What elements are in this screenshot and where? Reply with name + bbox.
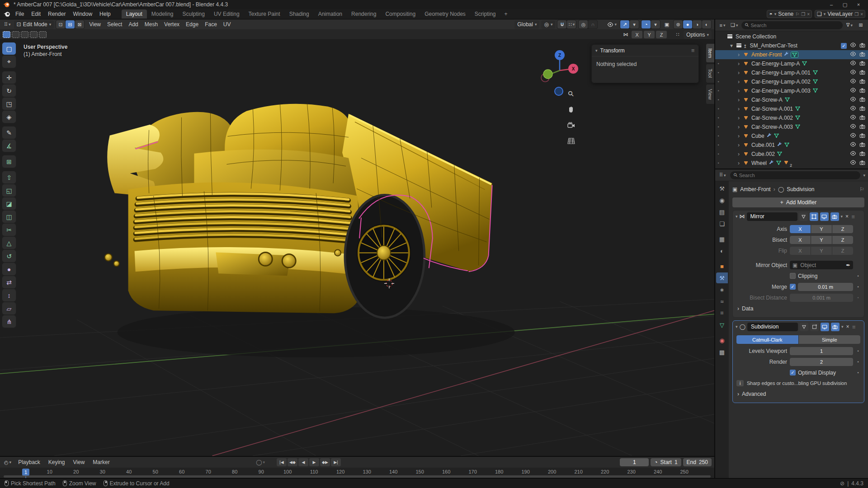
workspace-tab-scripting[interactable]: Scripting [470, 9, 500, 19]
menu-render[interactable]: Render [44, 10, 69, 18]
disable-render-camera-icon[interactable] [859, 124, 865, 131]
chevron-right-icon[interactable]: › [736, 133, 741, 139]
add-modifier-button[interactable]: + Add Modifier [732, 197, 864, 207]
tool-rip-region[interactable]: ⋔ [2, 315, 16, 328]
wireframe-shading-button[interactable]: ⊛ [674, 20, 683, 28]
timeline-menu-marker[interactable]: Marker [89, 458, 113, 466]
workspace-tab-texture-paint[interactable]: Texture Paint [244, 9, 285, 19]
optimal-display-checkbox[interactable]: ✓ [790, 370, 796, 375]
frame-tick-60[interactable]: 60 [179, 469, 184, 474]
hide-viewport-eye-icon[interactable] [850, 142, 856, 148]
disable-render-camera-icon[interactable] [859, 160, 865, 167]
play-button[interactable]: ▶ [309, 458, 319, 466]
frame-tick-160[interactable]: 160 [442, 469, 450, 474]
axis-z-button[interactable]: Z [832, 225, 853, 233]
jump-to-start-button[interactable]: |◀ [277, 458, 287, 466]
toggle-realtime-icon[interactable] [821, 323, 829, 331]
frame-tick-20[interactable]: 20 [73, 469, 79, 474]
face-select-button[interactable]: ⊠ [75, 20, 84, 28]
properties-tab-render[interactable]: ◉ [716, 195, 728, 206]
frame-tick-110[interactable]: 110 [310, 469, 318, 474]
viewport-menu-vertex[interactable]: Vertex [161, 20, 182, 28]
sidebar-tab-tool[interactable]: Tool [706, 64, 714, 83]
viewport-menu-edge[interactable]: Edge [183, 20, 201, 28]
chevron-right-icon[interactable]: › [736, 61, 741, 67]
viewport-menu-mesh[interactable]: Mesh [142, 20, 160, 28]
outliner-row-car-energy-lamp-a-002[interactable]: •›Car-Energy-Lamp-A.002 [715, 77, 868, 86]
sidebar-tab-item[interactable]: Item [706, 43, 714, 63]
select-mode-invert-button[interactable] [30, 31, 38, 38]
properties-tab-tool[interactable]: ⚒ [716, 183, 728, 194]
tool-poly-build[interactable]: △ [2, 237, 16, 249]
workspace-tab-geometry-nodes[interactable]: Geometry Nodes [420, 9, 470, 19]
flip-y-button[interactable]: Y [811, 247, 832, 255]
toggle-editmode-icon[interactable] [810, 212, 818, 221]
tool-extrude-region[interactable]: ⇧ [2, 171, 16, 183]
tool-spin[interactable]: ↺ [2, 250, 16, 262]
properties-tab-output[interactable]: ▤ [716, 206, 728, 217]
frame-tick-70[interactable]: 70 [206, 469, 211, 474]
pin-icon[interactable]: ⚐ [859, 186, 864, 192]
display-mode-dropdown[interactable]: ≡▾ [718, 21, 727, 29]
copy-icon[interactable]: ❐ [854, 12, 859, 17]
tool-smooth[interactable]: ● [2, 263, 16, 275]
modifier-name-field[interactable]: Mirror [747, 212, 797, 221]
timeline-menu-playback[interactable]: Playback [14, 458, 44, 466]
properties-options-icon[interactable]: ▾ [863, 173, 865, 178]
properties-tab-material[interactable]: ◉ [716, 335, 728, 346]
disable-render-camera-icon[interactable] [859, 70, 865, 76]
properties-tab-constraints[interactable]: ⌗ [716, 308, 728, 319]
disable-render-camera-icon[interactable] [859, 151, 865, 158]
eyedropper-icon[interactable]: ✒ [846, 262, 850, 268]
viewport-menu-select[interactable]: Select [104, 20, 125, 28]
frame-tick-220[interactable]: 220 [601, 469, 609, 474]
outliner-row-scene-collection[interactable]: Scene Collection [715, 32, 868, 41]
timeline-menu-keying[interactable]: Keying [45, 458, 69, 466]
chevron-right-icon[interactable]: › [736, 142, 741, 148]
tool-annotate[interactable]: ✎ [2, 127, 16, 139]
tool-select-box[interactable]: ▢ [2, 42, 16, 55]
tool-shear[interactable]: ▱ [2, 302, 16, 314]
chevron-right-icon[interactable]: › [736, 115, 741, 121]
tool-measure[interactable]: ∡ [2, 140, 16, 152]
autokey-toggle[interactable]: ◯ ▾ [256, 459, 265, 465]
levels-viewport-field[interactable]: 1 [790, 347, 853, 355]
collapse-icon[interactable]: ▾ [595, 48, 598, 53]
axis-neg-z-ball[interactable] [555, 87, 563, 95]
frame-tick-80[interactable]: 80 [232, 469, 237, 474]
frame-tick-230[interactable]: 230 [627, 469, 635, 474]
tool-move[interactable]: ✛ [2, 71, 16, 84]
drag-handle-icon[interactable]: ≣ [851, 214, 855, 219]
modifier-extras-icon[interactable]: ▾ [841, 324, 844, 329]
properties-tab-scene[interactable]: ▦ [716, 234, 728, 244]
menu-edit[interactable]: Edit [28, 10, 44, 18]
current-frame-field[interactable]: 1 [620, 458, 649, 466]
overlays-dropdown[interactable]: ▾ [651, 20, 660, 28]
scene-selector[interactable]: ◓ ▾ Scene ⚐ ❐ × [767, 10, 812, 18]
frame-tick-130[interactable]: 130 [363, 469, 371, 474]
menu-file[interactable]: File [12, 10, 28, 18]
chevron-right-icon[interactable]: › [736, 70, 741, 76]
hide-viewport-eye-icon[interactable] [850, 133, 856, 139]
flip-x-button[interactable]: X [790, 247, 811, 255]
minimize-button[interactable]: – [825, 0, 838, 9]
tool-loop-cut[interactable]: ◫ [2, 211, 16, 223]
mode-dropdown[interactable]: ⊡ Edit Mode ▾ [14, 20, 54, 29]
outliner-row-car-energy-lamp-a-001[interactable]: •›Car-Energy-Lamp-A.001 [715, 68, 868, 77]
bisect-x-button[interactable]: X [790, 236, 811, 244]
frame-tick-100[interactable]: 100 [283, 469, 292, 474]
next-keyframe-button[interactable]: ◆▶ [320, 458, 330, 466]
bisect-distance-field[interactable]: 0.001 m [790, 294, 853, 302]
editor-type-button[interactable]: ⠿▾ [3, 20, 12, 28]
frame-tick-250[interactable]: 250 [680, 469, 688, 474]
mirror-object-field[interactable]: ▣ Object ✒ [790, 261, 853, 269]
merge-checkbox[interactable]: ✓ [790, 284, 796, 290]
hide-viewport-eye-icon[interactable] [850, 124, 856, 130]
previous-keyframe-button[interactable]: ◀◆ [288, 458, 297, 466]
outliner-row-car-energy-lamp-a-003[interactable]: •›Car-Energy-Lamp-A.003 [715, 86, 868, 95]
outliner-row-amber-front[interactable]: ›Amber-Front [715, 50, 868, 59]
toggle-render-icon[interactable] [831, 323, 840, 331]
bisect-y-button[interactable]: Y [811, 236, 832, 244]
xray-toggle-button[interactable]: ▣ [662, 20, 671, 28]
show-gizmo-button[interactable]: ↗ [620, 20, 629, 28]
